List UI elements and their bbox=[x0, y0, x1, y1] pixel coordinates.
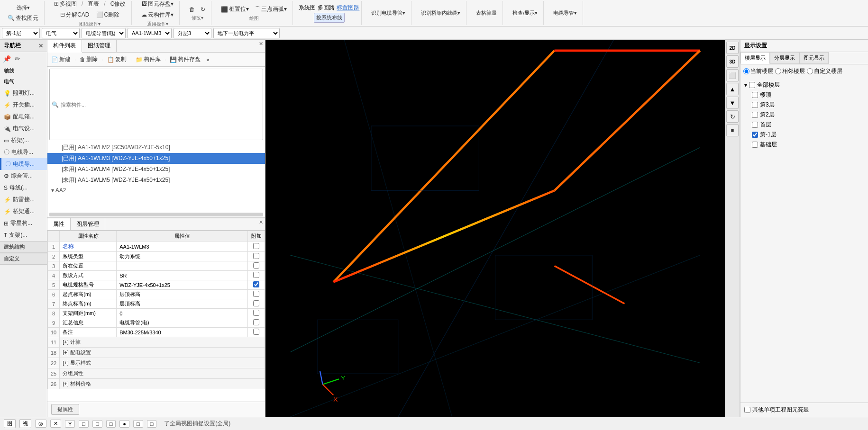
attach-check-4[interactable] bbox=[253, 272, 259, 278]
floor1-checkbox[interactable] bbox=[752, 122, 758, 128]
tab-properties[interactable]: 属性 bbox=[47, 218, 71, 230]
tab-drawing-mgmt[interactable]: 图纸管理 bbox=[82, 40, 117, 52]
attach-check-1[interactable] bbox=[253, 243, 259, 249]
more-btn[interactable]: » bbox=[204, 56, 211, 63]
apply-properties-btn[interactable]: 提属性 bbox=[51, 404, 79, 415]
sidebar-item-electrical-device[interactable]: 🔌 电气设... bbox=[0, 123, 47, 134]
system-select[interactable]: 电气 bbox=[42, 28, 80, 38]
radio-custom-floor[interactable]: 自定义楼层 bbox=[807, 67, 842, 75]
roof-checkbox[interactable] bbox=[752, 92, 758, 98]
prop-group-attrs[interactable]: 分组属性 bbox=[60, 368, 265, 379]
canvas-area[interactable]: Y X bbox=[265, 40, 725, 417]
list-item-wlm3[interactable]: [已用] AA1-1WLM3 [WDZ-YJE-4x50+1x25] bbox=[47, 153, 265, 164]
multi-view-btn[interactable]: ⊞ 多视图 bbox=[52, 0, 79, 9]
cable-conduit-btn[interactable]: 电缆导管▾ bbox=[551, 9, 579, 18]
three-arc-btn[interactable]: ⌒ 三点画弧▾ bbox=[253, 4, 289, 14]
attach-check-3[interactable] bbox=[253, 262, 259, 269]
sidebar-item-support[interactable]: T 支架(... bbox=[0, 229, 47, 241]
sidebar-item-distribution[interactable]: 📦 配电箱... bbox=[0, 111, 47, 123]
delete-btn[interactable]: 🗑 bbox=[187, 5, 197, 14]
identify-cable-btn[interactable]: 识别电缆导管▾ bbox=[369, 9, 407, 18]
bottom-btn-box1[interactable]: □ bbox=[79, 420, 89, 428]
bottom-btn-box5[interactable]: □ bbox=[147, 420, 157, 428]
floor-select[interactable]: 第-1层 bbox=[2, 28, 40, 38]
sidebar-item-switch[interactable]: ⚡ 开关插... bbox=[0, 99, 47, 111]
parts-lib-btn[interactable]: 📁 构件库 bbox=[134, 54, 163, 64]
table-calc-btn[interactable]: 表格算量 bbox=[474, 9, 499, 18]
tab-component-list[interactable]: 构件列表 bbox=[47, 40, 82, 53]
attach-check-9[interactable] bbox=[253, 319, 259, 325]
sidebar-item-axis[interactable]: 轴线 bbox=[0, 65, 47, 76]
pan-btn[interactable]: ↻ bbox=[726, 110, 739, 123]
floor-desc-select[interactable]: 地下一层电力平 bbox=[213, 28, 280, 38]
radio-adjacent-floor[interactable]: 相邻楼层 bbox=[775, 67, 805, 75]
bottom-btn-circle[interactable]: ◎ bbox=[35, 420, 46, 428]
list-item-aa2[interactable]: ▾ AA2 bbox=[47, 186, 265, 195]
floor2-checkbox[interactable] bbox=[752, 112, 758, 118]
sidebar-pin-btn[interactable]: 📌 bbox=[2, 54, 12, 63]
drawing-library-btn[interactable]: 🖼 图元存盘▾ bbox=[139, 0, 175, 9]
tab-layer-mgmt[interactable]: 图层管理 bbox=[71, 218, 105, 230]
floor3-checkbox[interactable] bbox=[752, 102, 758, 108]
sidebar-item-bridge-through[interactable]: ⚡ 桥架通... bbox=[0, 206, 47, 217]
system-layout-btn[interactable]: 按系统布线 bbox=[314, 13, 345, 23]
sidebar-item-lighting[interactable]: 💡 照明灯... bbox=[0, 87, 47, 99]
sidebar-item-busbar[interactable]: S 母线(... bbox=[0, 182, 47, 194]
cube-icon[interactable]: ⬜ bbox=[726, 69, 739, 81]
bottom-btn-1[interactable]: 图 bbox=[4, 419, 16, 428]
zoom-out-btn[interactable]: ▼ bbox=[726, 97, 739, 109]
list-item-wlm4[interactable]: [未用] AA1-1WLM4 [WDZ-YJE-4x50+1x25] bbox=[47, 164, 265, 175]
sidebar-item-cable-conduit[interactable]: 〇 电线导... bbox=[0, 146, 47, 158]
tab-plan-display[interactable]: 图元显示 bbox=[799, 52, 829, 64]
prop-group-price[interactable]: [+] 材料价格 bbox=[60, 379, 265, 389]
radio-current-floor[interactable]: 当前楼层 bbox=[743, 67, 773, 75]
sidebar-item-cable-conduit2[interactable]: 〇 电缆导... bbox=[0, 158, 47, 170]
2d-btn[interactable]: 2D bbox=[726, 42, 739, 54]
prop-group-display[interactable]: [+] 显示样式 bbox=[60, 358, 265, 368]
spec-select[interactable]: AA1-1WLM3 bbox=[128, 28, 172, 38]
frame-position-btn[interactable]: ⬛ 框置位▾ bbox=[219, 4, 251, 14]
bottom-btn-y[interactable]: Y bbox=[65, 420, 75, 428]
bottom-btn-box4[interactable]: □ bbox=[133, 420, 143, 428]
sidebar-close-btn[interactable]: ✕ bbox=[38, 43, 43, 49]
zoom-in-btn[interactable]: ▲ bbox=[726, 83, 739, 95]
tab-layer-display[interactable]: 分层显示 bbox=[770, 52, 799, 64]
attach-check-10[interactable] bbox=[253, 329, 259, 335]
foundation-checkbox[interactable] bbox=[752, 142, 758, 148]
check-display-btn[interactable]: 检查/显示▾ bbox=[511, 9, 539, 18]
component-type-select[interactable]: 电缆导管(电) bbox=[82, 28, 126, 38]
layer-btn[interactable]: ≡ bbox=[726, 124, 739, 136]
3d-btn[interactable]: 3D bbox=[726, 55, 739, 68]
attach-check-7[interactable] bbox=[253, 300, 259, 306]
attach-check-6[interactable] bbox=[253, 291, 259, 297]
find-drawing-btn[interactable]: 🔍 查找图元 bbox=[6, 13, 40, 23]
tab-floor-display[interactable]: 楼层显示 bbox=[740, 52, 770, 64]
layer-select[interactable]: 分层3 bbox=[174, 28, 211, 38]
prop-value-1[interactable]: AA1-1WLM3 bbox=[117, 242, 248, 252]
bottom-btn-2[interactable]: 视 bbox=[19, 419, 31, 428]
bottom-btn-dot[interactable]: ● bbox=[119, 420, 129, 428]
sidebar-edit-btn[interactable]: ✏ bbox=[14, 54, 21, 63]
c-modify-btn[interactable]: C修改 bbox=[109, 0, 128, 9]
new-component-btn[interactable]: 📄 新建 bbox=[49, 54, 73, 64]
sidebar-item-lightning[interactable]: ⚡ 防雷接... bbox=[0, 194, 47, 206]
attach-check-5[interactable] bbox=[253, 281, 259, 287]
prop-group-calc[interactable]: [+] 计算 bbox=[60, 337, 265, 348]
c-delete-btn[interactable]: ⬜ C删除 bbox=[94, 10, 122, 20]
select-dropdown-btn[interactable]: 选择▾ bbox=[15, 3, 32, 12]
sidebar-item-bridge[interactable]: ▭ 桥架(... bbox=[0, 134, 47, 146]
component-panel-close[interactable]: ✕ bbox=[259, 41, 263, 47]
list-item-wlm5[interactable]: [未用] AA1-1WLM5 [WDZ-YJE-4x50+1x25] bbox=[47, 175, 265, 186]
decompose-cad-btn[interactable]: ⊟ 分解CAD bbox=[58, 10, 91, 20]
parts-save-btn[interactable]: 💾 构件存盘 bbox=[168, 54, 202, 64]
cloud-parts-btn[interactable]: ☁ 云构件库▾ bbox=[139, 10, 175, 20]
list-item-wlm2[interactable]: [已用] AA1-1WLM2 [SC50/WDZ-YJE-5x10] bbox=[47, 142, 265, 153]
straight-btn[interactable]: 直表 bbox=[86, 0, 101, 9]
prop-group-power[interactable]: [+] 配电设置 bbox=[60, 348, 265, 358]
delete-component-btn[interactable]: 🗑 删除 bbox=[78, 54, 100, 64]
attach-check-2[interactable] bbox=[253, 253, 259, 259]
search-input[interactable] bbox=[61, 102, 261, 108]
property-panel-close[interactable]: ✕ bbox=[259, 219, 263, 225]
copy-component-btn[interactable]: 📋 复制 bbox=[105, 54, 128, 64]
bottom-btn-box2[interactable]: □ bbox=[92, 420, 102, 428]
